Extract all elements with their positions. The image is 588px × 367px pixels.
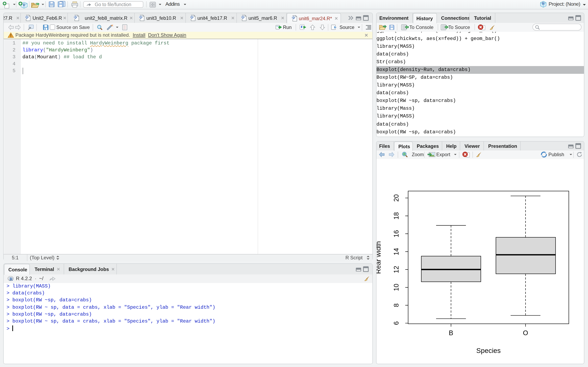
svg-text:8: 8 [392,303,400,307]
svg-text:R: R [190,15,193,19]
svg-text:18: 18 [392,212,400,220]
svg-text:R: R [9,276,13,281]
svg-text:12: 12 [392,266,400,273]
svg-text:R: R [542,1,545,6]
svg-text:Species: Species [476,347,501,354]
svg-text:R: R [139,15,142,19]
svg-text:R: R [241,15,244,19]
svg-text:16: 16 [392,230,400,237]
svg-text:6: 6 [392,321,400,325]
svg-text:14: 14 [392,248,400,255]
svg-text:R: R [26,15,28,19]
svg-text:R: R [23,3,26,7]
svg-text:Rear width: Rear width [376,241,382,274]
svg-text:10: 10 [392,284,400,291]
svg-text:O: O [523,329,528,337]
svg-text:R: R [74,15,76,19]
svg-text:R: R [292,16,295,20]
svg-text:20: 20 [392,194,400,202]
svg-text:B: B [449,329,453,337]
